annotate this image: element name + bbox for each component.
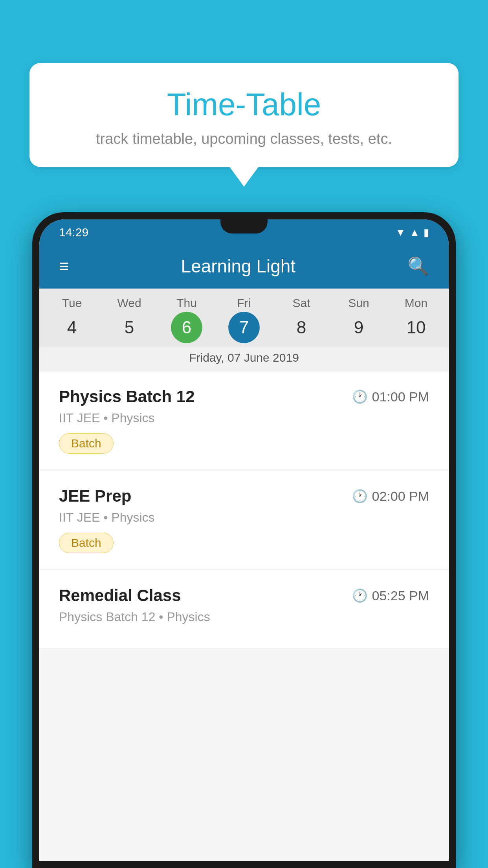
day-7-selected[interactable]: 7 <box>215 314 273 341</box>
day-numbers: 4 5 6 7 8 9 10 <box>39 312 449 347</box>
day-10[interactable]: 10 <box>387 314 445 341</box>
batch-badge-1: Batch <box>59 433 114 454</box>
tooltip-card: Time-Table track timetable, upcoming cla… <box>29 63 459 167</box>
schedule-item-3-time: 🕐 05:25 PM <box>352 588 429 603</box>
schedule-item-3-header: Remedial Class 🕐 05:25 PM <box>59 586 429 605</box>
app-title: Learning Light <box>181 256 296 277</box>
day-4[interactable]: 4 <box>43 314 101 341</box>
schedule-item-2[interactable]: JEE Prep 🕐 02:00 PM IIT JEE • Physics Ba… <box>39 471 449 569</box>
clock-icon-2: 🕐 <box>352 489 368 504</box>
day-header-tue: Tue <box>43 296 101 310</box>
tooltip-subtitle: track timetable, upcoming classes, tests… <box>61 131 427 147</box>
menu-icon[interactable]: ≡ <box>59 256 69 276</box>
tooltip-title: Time-Table <box>61 86 427 123</box>
schedule-item-2-header: JEE Prep 🕐 02:00 PM <box>59 487 429 506</box>
schedule-item-2-title: JEE Prep <box>59 487 131 506</box>
schedule-item-1-time: 🕐 01:00 PM <box>352 389 429 405</box>
day-header-fri: Fri <box>215 296 273 310</box>
schedule-item-3-subtitle: Physics Batch 12 • Physics <box>59 610 429 624</box>
calendar-strip: Tue Wed Thu Fri Sat Sun Mon 4 5 6 7 <box>39 289 449 371</box>
clock-icon-3: 🕐 <box>352 588 368 603</box>
clock-icon-1: 🕐 <box>352 389 368 404</box>
phone-frame: 14:29 ▼ ▲ ▮ ≡ Learning Light 🔍 Tue Wed T… <box>32 212 456 868</box>
battery-icon: ▮ <box>424 226 429 239</box>
app-bar: ≡ Learning Light 🔍 <box>39 244 449 289</box>
day-8[interactable]: 8 <box>273 314 330 341</box>
day-header-wed: Wed <box>101 296 158 310</box>
schedule-item-3[interactable]: Remedial Class 🕐 05:25 PM Physics Batch … <box>39 570 449 648</box>
schedule-item-1-title: Physics Batch 12 <box>59 387 195 406</box>
day-header-sat: Sat <box>273 296 330 310</box>
day-9[interactable]: 9 <box>330 314 387 341</box>
schedule-item-1-subtitle: IIT JEE • Physics <box>59 411 429 425</box>
schedule-item-1-header: Physics Batch 12 🕐 01:00 PM <box>59 387 429 406</box>
selected-date-label: Friday, 07 June 2019 <box>39 347 449 371</box>
day-header-sun: Sun <box>330 296 387 310</box>
schedule-item-2-subtitle: IIT JEE • Physics <box>59 510 429 525</box>
schedule-item-1[interactable]: Physics Batch 12 🕐 01:00 PM IIT JEE • Ph… <box>39 371 449 470</box>
batch-badge-2: Batch <box>59 533 114 553</box>
wifi-icon: ▼ <box>396 226 406 239</box>
search-icon[interactable]: 🔍 <box>407 256 429 276</box>
schedule-list: Physics Batch 12 🕐 01:00 PM IIT JEE • Ph… <box>39 371 449 861</box>
day-headers: Tue Wed Thu Fri Sat Sun Mon <box>39 289 449 312</box>
day-header-thu: Thu <box>158 296 215 310</box>
day-6-today[interactable]: 6 <box>158 314 215 341</box>
day-5[interactable]: 5 <box>101 314 158 341</box>
status-icons: ▼ ▲ ▮ <box>396 226 429 239</box>
phone-screen: 14:29 ▼ ▲ ▮ ≡ Learning Light 🔍 Tue Wed T… <box>39 219 449 861</box>
schedule-item-3-title: Remedial Class <box>59 586 181 605</box>
schedule-item-2-time: 🕐 02:00 PM <box>352 489 429 504</box>
day-header-mon: Mon <box>387 296 445 310</box>
phone-notch <box>220 219 268 234</box>
signal-icon: ▲ <box>409 226 420 239</box>
status-time: 14:29 <box>59 226 88 239</box>
